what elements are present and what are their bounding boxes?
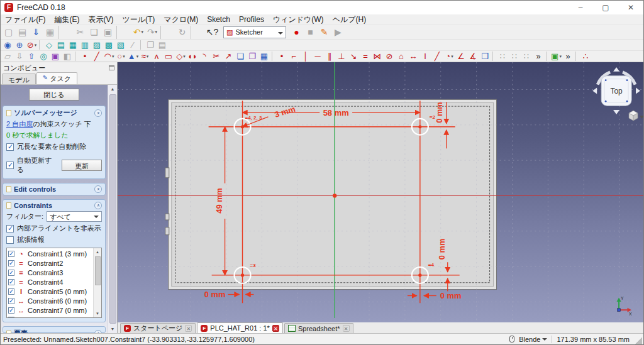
menu-item[interactable]: ウィンドウ(W) <box>269 14 328 25</box>
mini-cube-dropdown-icon[interactable] <box>640 116 643 119</box>
constraint-tag-bottom-left[interactable]: =3 <box>250 263 256 268</box>
close-button[interactable]: ✕ <box>618 1 643 14</box>
constraint-checkbox[interactable] <box>8 270 14 276</box>
arrow-down-icon[interactable] <box>613 110 619 114</box>
constraint-tag-top-left[interactable]: =4, 2, 3 <box>245 115 262 121</box>
constraint-checkbox[interactable] <box>8 317 14 318</box>
print-button[interactable]: ▦ <box>43 26 57 39</box>
constraint-vertical-button[interactable]: │ <box>300 50 312 62</box>
scroll-up-icon[interactable]: ▲ <box>96 248 99 256</box>
validate-sketch-button[interactable]: ◎ <box>38 50 50 62</box>
collapse-icon[interactable] <box>94 330 102 334</box>
auto-remove-checkbox[interactable] <box>6 143 14 151</box>
constraint-checkbox[interactable] <box>8 288 14 295</box>
menu-item[interactable]: 表示(V) <box>84 14 118 25</box>
resize-grip[interactable] <box>634 336 642 344</box>
constraint-symmetric-button[interactable]: ⋈ <box>372 50 384 62</box>
new-file-button[interactable]: ▢ <box>2 26 16 39</box>
constraint-horizontal-button[interactable]: ─ <box>312 50 324 62</box>
3d-viewport[interactable]: 58 mm 3 mm 49 mm 0 mm 0 mm 0 mm 0 mm =4,… <box>118 62 643 322</box>
create-sketch-button[interactable]: ▱ <box>2 50 14 62</box>
view-right-button[interactable]: ▥ <box>79 39 91 51</box>
point-tool-button[interactable]: • <box>79 50 91 62</box>
measure-button[interactable]: ∕ <box>127 39 139 51</box>
close-tab-icon[interactable] <box>343 325 350 332</box>
collapse-icon[interactable] <box>94 185 102 193</box>
minimize-button[interactable]: – <box>568 1 593 14</box>
arrow-up-icon[interactable] <box>613 67 619 72</box>
rectangle-tool-button[interactable]: ▭ <box>163 50 175 62</box>
constraint-v-distance-button[interactable]: I <box>419 50 431 62</box>
nav-style-dropdown[interactable]: Blende <box>519 336 547 343</box>
whats-this-button[interactable]: ↖? <box>206 26 219 39</box>
constraint-point-on-object-button[interactable]: ⌐ <box>288 50 300 62</box>
macro-record-button[interactable]: ● <box>290 26 304 39</box>
paste-button[interactable]: ▣ <box>101 26 115 39</box>
constraint-tag-top-right[interactable]: =2 <box>430 114 436 120</box>
dimension-label-zero-bottom-left[interactable]: 0 mm <box>204 290 226 300</box>
dimension-label-zero-bottom-right-v[interactable]: 0 mm <box>437 239 447 260</box>
external-geometry-button[interactable]: ❏ <box>235 50 247 62</box>
dimension-label-height[interactable]: 49 mm <box>214 188 224 214</box>
cut-button[interactable]: ✂ <box>74 26 87 39</box>
dimension-label-zero-top-right[interactable]: 0 mm <box>435 102 444 123</box>
navcube-top-face[interactable]: Top <box>610 87 623 96</box>
sketch-canvas[interactable]: 58 mm 3 mm 49 mm 0 mm 0 mm 0 mm 0 mm =4,… <box>118 62 643 322</box>
tab-model[interactable]: モデル <box>2 74 36 84</box>
constraint-row[interactable]: = Constraint4 <box>7 277 93 287</box>
constraint-row[interactable]: I Constraint8 (0 mm) <box>7 315 93 317</box>
menu-item[interactable]: Profiles <box>235 15 269 24</box>
menu-item[interactable]: Sketch <box>203 15 235 24</box>
redo-button[interactable]: ↷ ▾ <box>145 26 159 39</box>
scrollbar-thumb[interactable] <box>95 256 101 285</box>
overflow-button[interactable]: » <box>533 50 545 62</box>
link-make-button[interactable]: ❐ <box>145 39 157 51</box>
constraint-row[interactable]: = Constraint2 <box>7 258 93 268</box>
polygon-tool-button[interactable]: ◇ ▾ <box>175 50 187 62</box>
macro-stop-button[interactable]: ■ <box>304 26 318 39</box>
close-tab-icon[interactable] <box>185 325 192 332</box>
view-top-button[interactable]: ▦ <box>67 39 79 51</box>
view-left-button[interactable]: ▧ <box>115 39 127 51</box>
arc-tool-button[interactable]: ◠ ▾ <box>103 50 115 62</box>
bspline-tool-button[interactable]: ≈ ▾ <box>139 50 151 62</box>
update-button[interactable]: 更新 <box>62 160 102 171</box>
dof-link[interactable]: 2 自由度 <box>6 120 33 128</box>
macro-play-button[interactable]: ▶ <box>331 26 345 39</box>
macro-edit-button[interactable]: ✎ <box>318 26 331 39</box>
constraint-block-button[interactable]: ⊘ <box>384 50 396 62</box>
tab-spreadsheet[interactable]: Spreadsheet* <box>284 323 353 333</box>
menu-item[interactable]: 編集(E) <box>50 14 84 25</box>
collapse-icon[interactable] <box>94 202 102 209</box>
workbench-selector[interactable]: ▨ Sketcher <box>223 26 286 38</box>
bspline-tools-button[interactable]: ∴ <box>580 50 592 62</box>
select-elements-button[interactable]: ▣ ▾ <box>550 50 562 62</box>
constraint-h-distance-button[interactable]: ↔ <box>408 50 419 62</box>
constraint-perpendicular-button[interactable]: ⊥ <box>336 50 348 62</box>
toggle-driving-constraint-button[interactable]: ❒ <box>479 50 491 62</box>
line-tool-button[interactable]: ╱ <box>91 50 103 62</box>
origin-point[interactable] <box>333 194 336 197</box>
hide-internal-checkbox[interactable] <box>6 225 14 233</box>
move-geometry-button[interactable]: ∷ <box>521 50 533 62</box>
constraint-row[interactable]: ↔ Constraint6 (0 mm) <box>7 296 93 305</box>
dimension-label-width[interactable]: 58 mm <box>323 108 349 118</box>
extend-tool-button[interactable]: ↗ <box>223 50 235 62</box>
carbon-copy-button[interactable]: ❐ <box>247 50 258 62</box>
constraint-lock-button[interactable]: ⌂ <box>396 50 408 62</box>
constraint-list-scrollbar[interactable]: ▲ ▼ <box>93 248 101 317</box>
view-bottom-button[interactable]: ▩ <box>103 39 115 51</box>
tab-start-page[interactable]: スタートページ <box>120 323 196 333</box>
menu-item[interactable]: ツール(T) <box>118 14 159 25</box>
constraint-coincident-button[interactable]: • <box>276 50 288 62</box>
menu-item[interactable]: ファイル(F) <box>1 14 50 25</box>
dimension-label-zero-bottom-right-h[interactable]: 0 mm <box>440 292 462 301</box>
auto-update-checkbox[interactable] <box>6 162 14 169</box>
constraint-checkbox[interactable] <box>8 260 14 266</box>
constraint-parallel-button[interactable]: ∥ <box>324 50 336 62</box>
copy-button[interactable]: ❏ <box>87 26 101 39</box>
undo-button[interactable]: ↶ ▾ <box>131 26 145 39</box>
view-axonometric-button[interactable]: ◇ <box>43 39 55 51</box>
scroll-up-icon[interactable]: ▲ <box>111 85 115 93</box>
polyline-tool-button[interactable]: ʌ <box>151 50 163 62</box>
